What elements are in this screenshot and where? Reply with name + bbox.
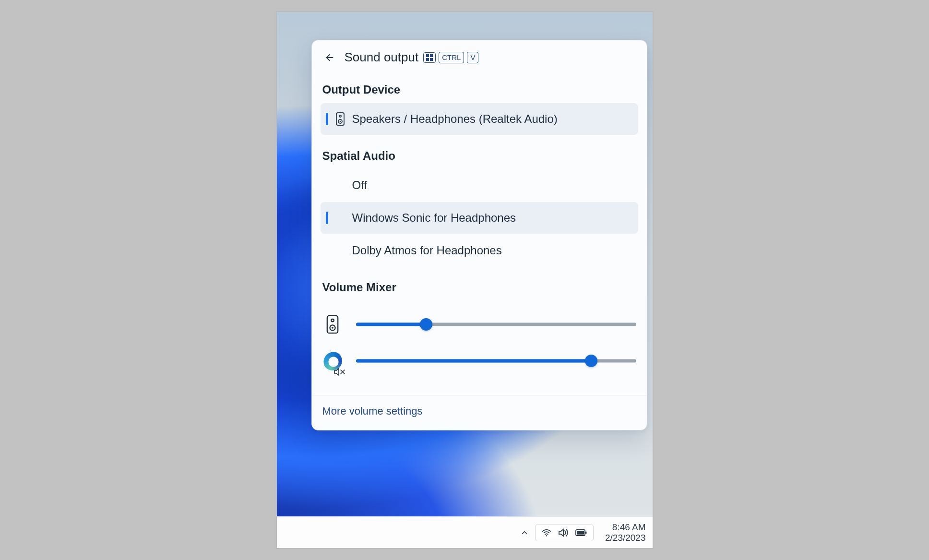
selection-indicator [326, 179, 328, 191]
tray-overflow-button[interactable] [516, 524, 533, 541]
volume-icon [558, 527, 569, 538]
spatial-option-dolby-atmos[interactable]: Dolby Atmos for Headphones [321, 235, 638, 266]
svg-point-12 [332, 327, 333, 329]
svg-rect-18 [577, 531, 584, 535]
option-label: Dolby Atmos for Headphones [352, 244, 502, 257]
v-key-badge: V [467, 52, 478, 63]
svg-rect-1 [426, 54, 429, 57]
svg-rect-2 [430, 54, 433, 57]
option-label: Windows Sonic for Headphones [352, 211, 516, 225]
chevron-up-icon [520, 528, 529, 537]
option-label: Off [352, 179, 368, 192]
edge-app-icon[interactable] [322, 350, 343, 372]
output-device-heading: Output Device [322, 83, 636, 96]
more-volume-settings-link[interactable]: More volume settings [322, 405, 423, 417]
system-tray-group[interactable] [535, 524, 594, 541]
volume-slider-edge[interactable] [356, 355, 636, 367]
selection-indicator [326, 212, 328, 224]
slider-thumb[interactable] [420, 318, 432, 331]
arrow-left-icon [324, 52, 335, 63]
svg-point-15 [546, 535, 547, 536]
spatial-option-windows-sonic[interactable]: Windows Sonic for Headphones [321, 202, 638, 234]
desktop-screenshot: Sound output CTRL V Output Device [277, 12, 653, 548]
taskbar: 8:46 AM 2/23/2023 [277, 516, 653, 548]
option-label: Speakers / Headphones (Realtek Audio) [352, 112, 558, 126]
selection-indicator [326, 244, 328, 257]
volume-slider-system[interactable] [356, 318, 636, 331]
back-button[interactable] [322, 50, 337, 65]
mixer-row-edge [322, 350, 636, 372]
speaker-device-icon [335, 112, 345, 126]
flyout-title: Sound output [345, 50, 419, 65]
clock-time: 8:46 AM [605, 522, 646, 533]
sound-output-flyout: Sound output CTRL V Output Device [311, 40, 647, 430]
svg-rect-3 [426, 58, 429, 61]
windows-icon [426, 54, 433, 61]
muted-icon [333, 367, 346, 377]
speaker-device-icon[interactable] [322, 313, 343, 335]
volume-mixer-heading: Volume Mixer [322, 281, 636, 294]
taskbar-clock[interactable]: 8:46 AM 2/23/2023 [605, 522, 646, 543]
spatial-audio-heading: Spatial Audio [322, 149, 636, 163]
clock-date: 2/23/2023 [605, 533, 646, 543]
wifi-icon [541, 527, 552, 538]
svg-point-10 [331, 319, 334, 322]
svg-point-8 [339, 121, 341, 122]
spatial-option-off[interactable]: Off [321, 169, 638, 201]
svg-rect-17 [585, 531, 587, 534]
output-device-option[interactable]: Speakers / Headphones (Realtek Audio) [321, 103, 638, 135]
mixer-row-system [322, 313, 636, 335]
windows-key-badge [423, 52, 436, 63]
svg-rect-4 [430, 58, 433, 61]
selection-indicator [326, 113, 328, 125]
shortcut-badges: CTRL V [423, 52, 478, 63]
slider-thumb[interactable] [585, 355, 597, 367]
ctrl-key-badge: CTRL [439, 52, 464, 63]
battery-icon [575, 528, 587, 537]
svg-point-6 [339, 115, 341, 117]
